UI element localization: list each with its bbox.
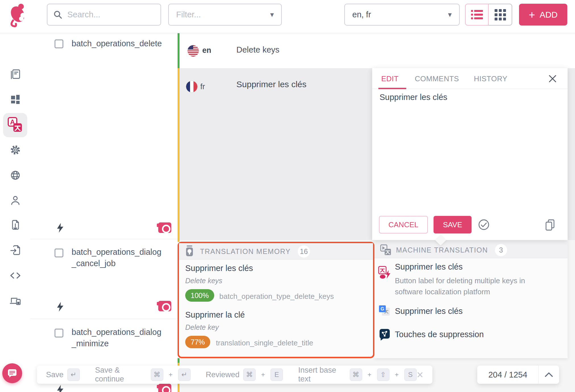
key-checkbox[interactable] [55,249,63,257]
sidebar-item-dashboard[interactable] [9,93,22,106]
plus-separator: + [368,371,372,379]
s-keycap: S [404,368,417,381]
dashboard-icon [9,93,22,106]
documents-icon [9,68,22,81]
app-logo-mouse-icon[interactable] [7,2,30,30]
search-box[interactable] [47,4,161,26]
lightning-icon[interactable] [57,385,64,392]
translation-memory-panel: TRANSLATION MEMORY 16 Supprimer les clés… [178,242,374,358]
tab-comments[interactable]: COMMENTS [415,74,459,83]
key-name[interactable]: batch_operations_delete [72,38,162,49]
machine-translation-title: MACHINE TRANSLATION [396,246,488,254]
chevron-down-icon: ▾ [270,10,274,19]
chevron-down-icon: ▾ [448,10,452,19]
row-divider [30,319,178,319]
machine-translation-header: MACHINE TRANSLATION 3 [374,242,568,258]
languages-dropdown[interactable]: en, fr ▾ [344,4,460,26]
status-strip-yellow [178,68,180,242]
cmd-keycap: ⌘ [350,368,362,381]
mt-entry-text: Touches de suppression [395,330,484,339]
list-view-button[interactable] [465,4,489,26]
key-name[interactable]: batch_operations_dialog _cancel_job [72,246,161,269]
google-translate-icon: G [378,305,391,317]
mt-entry-text: Supprimer les clés [395,262,463,272]
save-action[interactable]: Save ↵ [46,368,80,381]
cancel-button[interactable]: CANCEL [379,216,428,233]
save-continue-label: Save & continue [95,366,147,383]
screenshot-camera-icon[interactable] [158,222,171,233]
edit-panel-tabs: EDIT COMMENTS HISTORY [372,68,568,89]
devices-icon [9,295,22,307]
tm-entry-key: translation_single_delete_title [216,339,313,347]
globe-icon [9,169,22,182]
us-flag-icon [188,45,199,57]
sidebar-item-download[interactable] [9,219,22,232]
lightning-icon[interactable] [57,223,64,233]
enter-keycap: ↵ [178,368,191,381]
translate-icon: A [6,116,24,134]
person-icon [9,194,22,207]
list-view-icon [471,9,483,20]
collapse-button[interactable] [539,366,559,384]
shift-keycap: ⇧ [377,368,389,381]
insert-base-text-action[interactable]: Insert base text ⌘ + ⇧ + S [298,366,417,383]
machine-translation-panel: MACHINE TRANSLATION 3 Supprimer les clés… [374,242,568,358]
language-code: en [202,46,211,55]
chat-fab-button[interactable] [2,363,22,383]
bottom-action-bar: Save ↵ Save & continue ⌘ + ↵ Reviewed ⌘ … [37,366,432,384]
translation-editor-textarea[interactable]: Supprimer les clés [380,93,447,102]
machine-translation-count-badge: 3 [495,244,507,256]
key-checkbox[interactable] [55,39,63,48]
mt-entry-description: Button label for deleting multiple keys … [395,275,540,297]
translation-text-en: Delete keys [236,45,280,55]
screenshot-camera-icon[interactable] [158,301,171,311]
key-checkbox[interactable] [55,329,63,337]
tm-match-badge: 77% [185,336,210,348]
sidebar-item-documents[interactable] [9,68,22,81]
tab-history[interactable]: HISTORY [474,74,507,83]
filter-dropdown[interactable]: Filter... ▾ [168,4,282,26]
sidebar-item-languages[interactable] [9,169,22,182]
chevron-up-icon [545,372,553,377]
sidebar-item-settings[interactable] [9,143,22,157]
plus-separator: + [169,371,173,379]
search-input[interactable] [67,10,153,19]
sidebar-item-contributors[interactable] [9,194,22,207]
key-list: batch_operations_delete batch_operations… [30,33,178,392]
verify-check-icon[interactable] [478,219,490,231]
grid-view-icon [495,9,506,20]
save-continue-action[interactable]: Save & continue ⌘ + ↵ [95,366,190,383]
screenshot-camera-icon[interactable] [158,384,171,392]
tm-entry-source: Delete keys [185,277,222,285]
lightning-icon[interactable] [57,302,64,312]
copy-icon[interactable] [544,219,556,231]
machine-translation-icon [379,243,392,257]
key-name[interactable]: batch_operations_dialog _minimize [72,326,161,349]
add-button[interactable]: + ADD [519,4,567,26]
translation-memory-icon [184,245,195,258]
sidebar-item-devices[interactable] [9,294,22,307]
sidebar-item-api[interactable] [9,269,22,282]
enter-keycap: ↵ [67,368,80,381]
sidebar-item-upload[interactable] [9,244,22,257]
code-icon [9,269,22,282]
save-button[interactable]: SAVE [434,216,472,233]
translation-memory-title: TRANSLATION MEMORY [200,247,291,256]
svg-text:G: G [381,306,384,311]
key-counter-value: 204 / 1254 [477,366,539,384]
file-download-icon [9,219,22,232]
reviewed-label: Reviewed [206,370,239,379]
chat-bubble-icon [7,369,17,378]
filter-placeholder: Filter... [176,10,201,19]
tab-edit[interactable]: EDIT [381,74,399,83]
sidebar-item-editor-active[interactable]: A [3,113,27,137]
save-action-label: Save [46,370,64,379]
tm-entry-text: Supprimer les clés [185,264,253,273]
grid-view-button[interactable] [489,4,512,26]
insert-base-text-label: Insert base text [298,366,346,383]
gear-icon [9,144,22,156]
translation-row-en[interactable]: en Delete keys [180,33,575,68]
reviewed-action[interactable]: Reviewed ⌘ + E [206,368,283,381]
close-icon[interactable] [548,74,557,83]
translation-memory-header: TRANSLATION MEMORY 16 [179,243,373,260]
